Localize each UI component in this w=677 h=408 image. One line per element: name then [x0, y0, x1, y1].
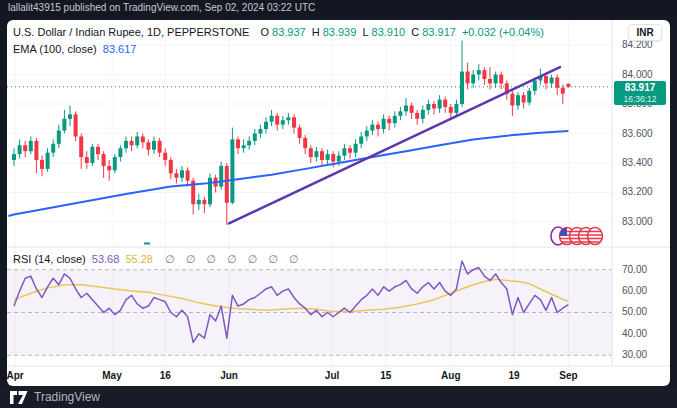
candlestick — [510, 94, 514, 106]
time-tick-label: Sep — [559, 370, 577, 381]
candlestick — [426, 104, 430, 110]
time-tick-label: May — [102, 370, 121, 381]
candlestick — [102, 154, 106, 166]
candlestick — [270, 116, 274, 122]
candlestick — [566, 84, 570, 87]
candlestick — [348, 148, 352, 152]
ohlc-close-value: 83.917 — [422, 26, 456, 38]
candlestick — [51, 144, 55, 153]
symbol-legend[interactable]: U.S. Dollar / Indian Rupee, 1D, PEPPERST… — [13, 26, 547, 38]
time-tick-label: Aug — [441, 370, 460, 381]
candlestick — [264, 122, 268, 129]
drawing-anchor-tick — [144, 243, 150, 245]
candlestick — [449, 107, 453, 113]
candlestick — [482, 70, 486, 79]
candlestick — [466, 72, 470, 84]
candlestick — [292, 117, 296, 127]
candlestick — [387, 119, 391, 123]
candlestick — [314, 151, 318, 157]
time-tick-label: Jul — [325, 370, 339, 381]
candlestick — [533, 80, 537, 90]
chart-canvas[interactable] — [7, 20, 670, 386]
candlestick — [432, 104, 436, 108]
time-tick-label: Jun — [220, 370, 238, 381]
time-tick-label: 15 — [380, 370, 391, 381]
candlestick — [258, 129, 262, 133]
candlestick — [40, 160, 44, 169]
flag-doodle-annotation[interactable] — [551, 227, 603, 245]
candlestick — [253, 134, 257, 141]
candlestick — [152, 141, 156, 150]
candlestick — [74, 114, 78, 136]
candlestick — [281, 120, 285, 124]
price-tick-label: 83.200 — [622, 186, 653, 197]
candlestick — [169, 160, 173, 173]
candlestick — [135, 136, 139, 145]
candlestick — [186, 170, 190, 180]
candlestick — [331, 154, 335, 161]
candlestick — [516, 95, 520, 105]
ema-line[interactable] — [8, 131, 568, 216]
candlestick — [79, 136, 83, 157]
candlestick — [370, 125, 374, 131]
candlestick — [107, 166, 111, 170]
candlestick — [197, 200, 201, 204]
candlestick — [230, 139, 234, 202]
candlestick — [454, 104, 458, 113]
candlestick — [555, 77, 559, 87]
candlestick — [118, 148, 122, 157]
symbol-title: U.S. Dollar / Indian Rupee, 1D, PEPPERST… — [13, 26, 249, 38]
candlestick — [488, 79, 492, 83]
candlestick — [130, 141, 134, 145]
footer-brand[interactable]: TradingView — [34, 390, 100, 404]
rsi-legend[interactable]: RSI (14, close) 53.68 55.28 ∅ ∅ ∅ ∅ ∅ ∅ … — [13, 253, 305, 266]
candlestick — [18, 145, 22, 154]
candlestick — [124, 141, 128, 148]
price-tick-label: 83.400 — [622, 157, 653, 168]
candlestick — [23, 145, 27, 151]
candlestick — [376, 125, 380, 129]
candlestick — [415, 113, 419, 119]
trendline[interactable] — [229, 67, 560, 223]
ema-legend[interactable]: EMA (100, close) 83.617 — [13, 43, 139, 55]
candlestick — [96, 147, 100, 154]
ohlc-low-label: L — [362, 26, 368, 38]
candlestick — [158, 141, 162, 153]
ohlc-high-label: H — [312, 26, 320, 38]
change-value: +0.032 (+0.04%) — [462, 26, 544, 38]
candlestick — [522, 95, 526, 102]
candlestick — [141, 136, 145, 142]
price-tick-label: 83.600 — [622, 128, 653, 139]
currency-button[interactable]: INR — [628, 24, 662, 41]
candlestick — [12, 154, 16, 160]
candlestick — [443, 100, 447, 107]
candlestick — [68, 114, 72, 118]
candlestick — [29, 141, 33, 151]
ohlc-high-value: 83.939 — [323, 26, 357, 38]
ohlc-low-value: 83.910 — [372, 26, 406, 38]
candlestick — [219, 166, 223, 187]
candlestick — [477, 70, 481, 74]
candlestick — [113, 157, 117, 170]
candlestick — [398, 111, 402, 115]
candlestick — [499, 75, 503, 84]
candlestick — [225, 166, 229, 203]
candlestick — [174, 173, 178, 177]
candlestick — [342, 148, 346, 155]
candlestick — [337, 156, 341, 162]
candlestick — [359, 136, 363, 143]
price-tick-label: 84.000 — [622, 69, 653, 80]
candlestick — [326, 154, 330, 160]
last-price-badge: 83.917 16:36:12 — [614, 81, 666, 105]
ohlc-close-label: C — [411, 26, 419, 38]
candlestick — [460, 72, 464, 104]
time-tick-label: 16 — [160, 370, 171, 381]
candlestick — [163, 153, 167, 160]
rsi-tick-label: 60.00 — [622, 285, 647, 296]
candlestick — [57, 131, 61, 144]
candlestick — [303, 138, 307, 148]
candlestick — [527, 91, 531, 103]
rsi-value: 53.68 — [92, 253, 120, 265]
chart-panel[interactable]: U.S. Dollar / Indian Rupee, 1D, PEPPERST… — [7, 20, 670, 386]
rsi-tick-label: 50.00 — [622, 306, 647, 317]
